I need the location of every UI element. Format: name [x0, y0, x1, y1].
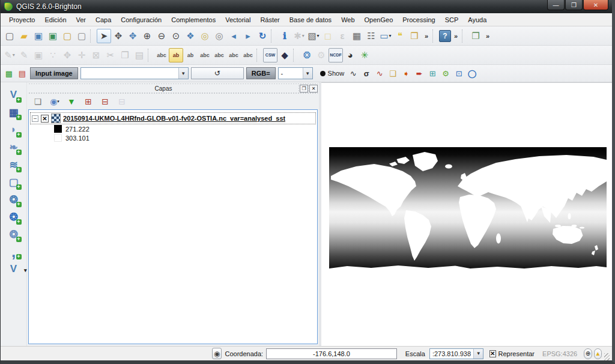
chevron-down-icon[interactable]: ▼ — [303, 68, 312, 79]
new-bookmark-icon[interactable]: ❒ — [407, 29, 422, 43]
menu-complementos[interactable]: Complementos — [166, 14, 220, 25]
menu-proyecto[interactable]: Proyecto — [4, 14, 40, 25]
measure-icon[interactable]: ▭ — [378, 29, 393, 43]
scp-dock-icon[interactable]: ▩ — [2, 67, 16, 80]
save-project-icon[interactable]: ▣ — [31, 29, 46, 43]
minimize-button[interactable]: — — [547, 0, 565, 10]
add-postgis-layer-icon[interactable]: ◗ — [5, 122, 22, 138]
copy-features-icon[interactable]: ❐ — [118, 48, 132, 62]
label-move-icon[interactable]: abc — [212, 48, 226, 62]
menu-processing[interactable]: Processing — [398, 14, 440, 25]
add-mssql-layer-icon[interactable]: ≋ — [5, 157, 22, 172]
metasearch-icon[interactable]: ◆ — [277, 48, 292, 62]
pan-map-icon[interactable]: ✥ — [111, 29, 126, 43]
add-oracle-layer-icon[interactable]: ▢ — [5, 174, 22, 190]
openlayers-plugin-icon[interactable]: ❂ — [300, 48, 314, 62]
chevron-down-icon[interactable]: ▼ — [473, 349, 483, 359]
paste-features-icon[interactable]: ▤ — [132, 48, 147, 62]
add-raster-layer-icon[interactable]: ▦ — [5, 105, 22, 120]
composer-manager-icon[interactable]: ▢ — [74, 29, 89, 43]
collapse-all-icon[interactable]: ⊟ — [99, 96, 111, 108]
rgb-select[interactable]: - ▼ — [278, 67, 313, 79]
menu-raster[interactable]: Ráster — [255, 14, 284, 25]
scp-roi-polygon-icon[interactable]: ❑ — [386, 67, 399, 80]
coordinate-capture-icon[interactable]: ◉ — [212, 348, 222, 359]
node-tool-icon[interactable]: ✛ — [74, 48, 89, 62]
menu-base-de-datos[interactable]: Base de datos — [285, 14, 336, 25]
scp-board-icon[interactable]: ⊡ — [452, 67, 465, 80]
scp-band-calc-icon[interactable]: ⊞ — [426, 67, 439, 80]
toolbar-overflow-icon[interactable]: » — [451, 29, 461, 43]
chevron-down-icon[interactable]: ▼ — [178, 68, 188, 79]
add-wcs-layer-icon[interactable]: ❂ — [5, 209, 22, 225]
save-project-as-icon[interactable]: ▣ — [46, 29, 60, 43]
show-radio[interactable] — [320, 71, 326, 76]
layer-visibility-icon[interactable]: ◉ — [49, 96, 61, 108]
zoom-out-icon[interactable]: ⊖ — [154, 29, 169, 43]
current-edits-icon[interactable]: ✎ — [2, 48, 17, 62]
add-feature-icon[interactable]: ∵ — [46, 48, 60, 62]
open-project-icon[interactable]: ▰ — [17, 29, 31, 43]
zoom-in-icon[interactable]: ⊕ — [140, 29, 154, 43]
menu-web[interactable]: Web — [336, 14, 359, 25]
select-rectangle-icon[interactable]: ▧ — [306, 29, 321, 43]
zoom-native-icon[interactable]: ⊙ — [169, 29, 183, 43]
refresh-map-icon[interactable]: ↻ — [255, 29, 270, 43]
pan-to-selection-icon[interactable]: ✥ — [126, 29, 140, 43]
label-rotate-icon[interactable]: abc — [226, 48, 241, 62]
expand-all-icon[interactable]: ⊞ — [82, 96, 94, 108]
scp-settings-icon[interactable]: ⚙ — [439, 67, 452, 80]
plugin-bug-icon[interactable]: ✳ — [357, 48, 372, 62]
move-feature-icon[interactable]: ✥ — [60, 48, 74, 62]
new-composer-icon[interactable]: ▢ — [60, 29, 74, 43]
close-button[interactable]: ✕ — [583, 0, 608, 10]
help-contents-icon[interactable]: ? — [439, 30, 451, 42]
title-bar[interactable]: QGIS 2.6.0-Brighton —❐✕ — [1, 0, 612, 13]
label-show-hide-icon[interactable]: abc — [198, 48, 212, 62]
close-panel-icon[interactable]: ✕ — [309, 85, 318, 93]
toolbar-overflow-icon[interactable]: » — [483, 29, 492, 43]
new-project-icon[interactable]: ▢ — [2, 29, 17, 43]
float-panel-icon[interactable]: ❐ — [300, 85, 308, 93]
cut-features-icon[interactable]: ✂ — [103, 48, 118, 62]
processing-disabled-icon[interactable]: ⚙ — [314, 48, 329, 62]
menu-opengeo[interactable]: OpenGeo — [360, 14, 398, 25]
menu-vectorial[interactable]: Vectorial — [220, 14, 255, 25]
layer-item[interactable]: – ✕ 20150914-UKMO-L4HRfnd-GLOB-v01-fv02-… — [30, 112, 316, 124]
scp-preview-in-icon[interactable]: ➧ — [399, 67, 413, 80]
map-library-icon[interactable]: ❐ — [468, 29, 483, 43]
menu-capa[interactable]: Capa — [91, 14, 116, 25]
menu-edicion[interactable]: Edición — [40, 14, 71, 25]
label-pin-unpin-icon[interactable]: ab — [183, 48, 198, 62]
zoom-to-selection-icon[interactable]: ◎ — [198, 29, 212, 43]
scp-cumulative-stretch-icon[interactable]: ∿ — [347, 67, 360, 80]
crs-status-icon[interactable]: ⊕ — [584, 348, 592, 359]
add-group-icon[interactable]: ❏ — [32, 96, 44, 108]
label-options-icon[interactable]: abc — [154, 48, 169, 62]
scp-stddev-stretch-icon[interactable]: σ — [360, 67, 373, 80]
csw-search-icon[interactable]: CSW — [263, 48, 277, 62]
add-wfs-layer-icon[interactable]: ❂ — [5, 226, 22, 242]
filter-legend-icon[interactable]: ▼ — [65, 96, 77, 108]
menu-ayuda[interactable]: Ayuda — [463, 14, 491, 25]
tree-expander-icon[interactable]: – — [32, 115, 38, 122]
identify-features-icon[interactable]: ℹ — [277, 29, 292, 43]
add-wms-layer-icon[interactable]: ❂ — [5, 192, 22, 207]
messages-warning-icon[interactable]: ▲ — [594, 348, 602, 359]
maximize-button[interactable]: ❐ — [565, 0, 583, 10]
layer-name[interactable]: 20150914-UKMO-L4HRfnd-GLOB-v01-fv02-OSTI… — [63, 115, 285, 122]
field-calculator-icon[interactable]: ☷ — [364, 29, 378, 43]
zoom-last-icon[interactable]: ◂ — [226, 29, 241, 43]
map-tips-icon[interactable]: ❝ — [393, 29, 407, 43]
add-delimited-text-layer-icon[interactable]: , — [5, 244, 22, 259]
add-vector-layer-icon[interactable]: V — [5, 87, 22, 103]
run-feature-action-icon[interactable]: ✱ — [292, 29, 306, 43]
menu-configuracion[interactable]: Configuración — [116, 14, 166, 25]
menu-scp[interactable]: SCP — [440, 14, 464, 25]
menu-ver[interactable]: Ver — [71, 14, 91, 25]
touch-zoom-pan-icon[interactable]: ➤ — [97, 29, 111, 43]
zoom-to-layer-icon[interactable]: ◎ — [212, 29, 226, 43]
save-layer-edits-icon[interactable]: ▣ — [31, 48, 46, 62]
scp-refresh-button[interactable]: ↺ — [191, 67, 244, 79]
label-properties-icon[interactable]: abc — [241, 48, 255, 62]
